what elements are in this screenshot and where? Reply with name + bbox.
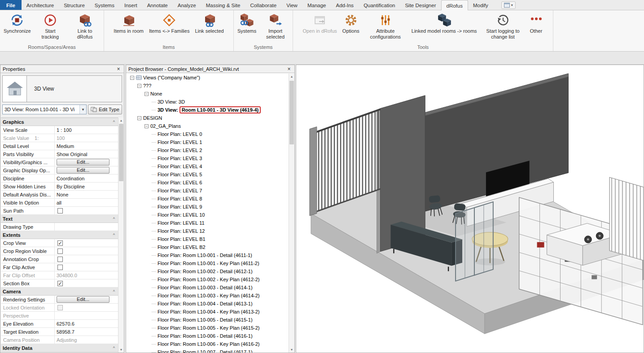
tree-item-floor-plan-room-l10-002-detail-4612-1[interactable]: Floor Plan: Room L10-002 - Detail (4612-… [127,267,289,275]
start-tracking-button[interactable]: Start tracking [34,12,67,44]
tab-structure[interactable]: Structure [59,0,90,10]
items-families-button[interactable]: Items <-> Families [147,12,192,44]
tree-item-floor-plan-level-3[interactable]: Floor Plan: LEVEL 3 [127,154,289,162]
start-logging-button[interactable]: Start logging to change list [480,12,526,44]
close-icon[interactable]: × [115,66,122,72]
tree-item-floor-plan-level-9[interactable]: Floor Plan: LEVEL 9 [127,203,289,211]
tree-item-floor-plan-level-0[interactable]: Floor Plan: LEVEL 0 [127,130,289,138]
prop-value-section-box[interactable]: ✓ [55,279,118,287]
tab-analyze[interactable]: Analyze [173,0,201,10]
tree-item-floor-plan-room-l10-006-detail-4616-1[interactable]: Floor Plan: Room L10-006 - Detail (4616-… [127,332,289,340]
tree-item-floor-plan-level-7[interactable]: Floor Plan: LEVEL 7 [127,187,289,195]
prop-value-visibility-graphics[interactable]: Edit... [55,158,118,166]
prop-section-identity-data[interactable]: Identity Data^ [1,344,118,352]
other-button[interactable]: Other [527,12,546,44]
tab-annotate[interactable]: Annotate [142,0,173,10]
prop-value-crop-region-visible[interactable] [55,247,118,255]
tree-item-02-ga-plans[interactable]: −02_GA_Plans [127,122,289,130]
tree-expander-icon[interactable]: − [145,124,149,128]
checkbox-annotation-crop[interactable] [57,257,63,262]
prop-value-drawing-type[interactable] [55,223,118,231]
scroll-down-arrow[interactable]: ▼ [118,347,124,353]
tab-quantification[interactable]: Quantification [359,0,400,10]
tree-item-floor-plan-room-l10-003-detail-4614-1[interactable]: Floor Plan: Room L10-003 - Detail (4614-… [127,283,289,292]
tree-item-floor-plan-level-12[interactable]: Floor Plan: LEVEL 12 [127,227,289,235]
options-button[interactable]: Options [340,12,362,44]
tree-item-floor-plan-level-11[interactable]: Floor Plan: LEVEL 11 [127,219,289,227]
type-selector-box[interactable]: 3D View [2,75,122,102]
tree-item-design[interactable]: −DESIGN [127,114,289,122]
prop-value-graphic-display-op[interactable]: Edit... [55,166,118,174]
tree-expander-icon[interactable]: − [130,76,134,80]
viewport-3d[interactable] [296,65,644,353]
prop-value-rendering-settings[interactable]: Edit... [55,296,118,303]
prop-value-target-elevation[interactable]: 58958.7 [55,328,118,336]
tree-item-floor-plan-room-l10-004-key-plan-4613-2[interactable]: Floor Plan: Room L10-004 - Key Plan (461… [127,308,289,316]
tree-item-floor-plan-level-4[interactable]: Floor Plan: LEVEL 4 [127,162,289,170]
tree-item-3d-view-3d[interactable]: 3D View: 3D [127,98,289,106]
checkbox-far-clip-active[interactable] [57,265,63,270]
tree-item-none[interactable]: −None [127,90,289,98]
checkbox-crop-region-visible[interactable] [57,248,63,254]
edit-type-button[interactable]: Edit Type [88,105,122,114]
tree-item-floor-plan-room-l10-001-detail-4611-1[interactable]: Floor Plan: Room L10-001 - Detail (4611-… [127,251,289,259]
synchronize-button[interactable]: Synchronize [1,12,33,44]
checkbox-section-box[interactable]: ✓ [57,281,63,286]
tree-item-floor-plan-level-6[interactable]: Floor Plan: LEVEL 6 [127,179,289,187]
scrollbar-thumb[interactable] [289,81,294,144]
checkbox-locked-orientation[interactable] [57,305,63,310]
tab-drofus[interactable]: dRofus [441,0,468,10]
prop-value-far-clip-offset[interactable]: 304800.0 [55,271,118,279]
prop-value-far-clip-active[interactable] [55,263,118,271]
scroll-down-arrow[interactable]: ▼ [289,347,294,353]
prop-value-sun-path[interactable] [55,207,118,214]
tab-view[interactable]: View [281,0,302,10]
tree-item-3d-view-room-l10-001-3d-view-4619-4[interactable]: 3D View:Room L10-001 - 3D View (4619-4) [127,106,289,114]
edit-button-visibility-graphics[interactable]: Edit... [57,159,110,166]
checkbox-sun-path[interactable] [57,208,63,214]
import-selected-button[interactable]: Import selected [259,12,291,44]
properties-scrollbar[interactable]: ▲ ▼ [118,118,124,353]
linked-model-rooms-button[interactable]: Linked model rooms -> rooms [409,12,479,44]
tab-file[interactable]: File [0,0,22,10]
tree-item-floor-plan-room-l10-005-key-plan-4615-2[interactable]: Floor Plan: Room L10-005 - Key Plan (461… [127,324,289,332]
prop-value-eye-elevation[interactable]: 62570.6 [55,320,118,327]
prop-value-locked-orientation[interactable] [55,304,118,311]
prop-value-detail-level[interactable]: Medium [55,142,118,150]
prop-section-camera[interactable]: Camera^ [1,288,118,296]
scroll-up-arrow[interactable]: ▲ [118,118,124,123]
tree-item-floor-plan-level-b1[interactable]: Floor Plan: LEVEL B1 [127,235,289,243]
tree-item-floor-plan-level-1[interactable]: Floor Plan: LEVEL 1 [127,138,289,146]
prop-value-view-scale[interactable]: 1 : 100 [55,126,118,134]
tree-item-floor-plan-room-l10-007-detail-4617-1[interactable]: Floor Plan: Room L10-007 - Detail (4617-… [127,348,289,353]
tree-item-views-company-name[interactable]: −Views ("Company Name") [127,74,289,82]
tree-expander-icon[interactable]: − [137,116,141,120]
tree-item-floor-plan-level-10[interactable]: Floor Plan: LEVEL 10 [127,211,289,219]
tab-insert[interactable]: Insert [119,0,142,10]
prop-value-scale-value-1[interactable]: 100 [55,134,118,142]
tab-massing-site[interactable]: Massing & Site [201,0,245,10]
tab-modify[interactable]: Modify [468,0,493,10]
link-selected-button[interactable]: Link selected [193,12,226,44]
tree-item-floor-plan-room-l10-005-detail-4615-1[interactable]: Floor Plan: Room L10-005 - Detail (4615-… [127,316,289,324]
prop-value-perspective[interactable] [55,312,118,319]
ribbon-display-toggle[interactable]: ▾ [501,1,516,9]
instance-selector-dropdown[interactable]: 3D View: Room L10-001 - 3D Vi ▼ [2,105,87,114]
scrollbar-thumb[interactable] [119,124,123,181]
tree-expander-icon[interactable]: − [145,92,149,96]
tab-architecture[interactable]: Architecture [22,0,59,10]
edit-button-rendering-settings[interactable]: Edit... [57,296,110,303]
prop-value-annotation-crop[interactable] [55,255,118,263]
prop-value-visible-in-option[interactable]: all [55,199,118,206]
tree-item-floor-plan-level-b2[interactable]: Floor Plan: LEVEL B2 [127,243,289,251]
prop-section-extents[interactable]: Extents^ [1,231,118,239]
prop-section-graphics[interactable]: Graphics^ [1,118,118,126]
tab-collaborate[interactable]: Collaborate [245,0,281,10]
tree-item-floor-plan-room-l10-004-detail-4613-1[interactable]: Floor Plan: Room L10-004 - Detail (4613-… [127,300,289,308]
prop-value-discipline[interactable]: Coordination [55,174,118,182]
tree-item-floor-plan-level-8[interactable]: Floor Plan: LEVEL 8 [127,195,289,203]
link-to-drofus-button[interactable]: Link to dRofus [67,12,102,44]
tree-item-floor-plan-level-2[interactable]: Floor Plan: LEVEL 2 [127,146,289,154]
checkbox-crop-view[interactable]: ✓ [57,240,63,246]
prop-value-show-hidden-lines[interactable]: By Discipline [55,183,118,190]
